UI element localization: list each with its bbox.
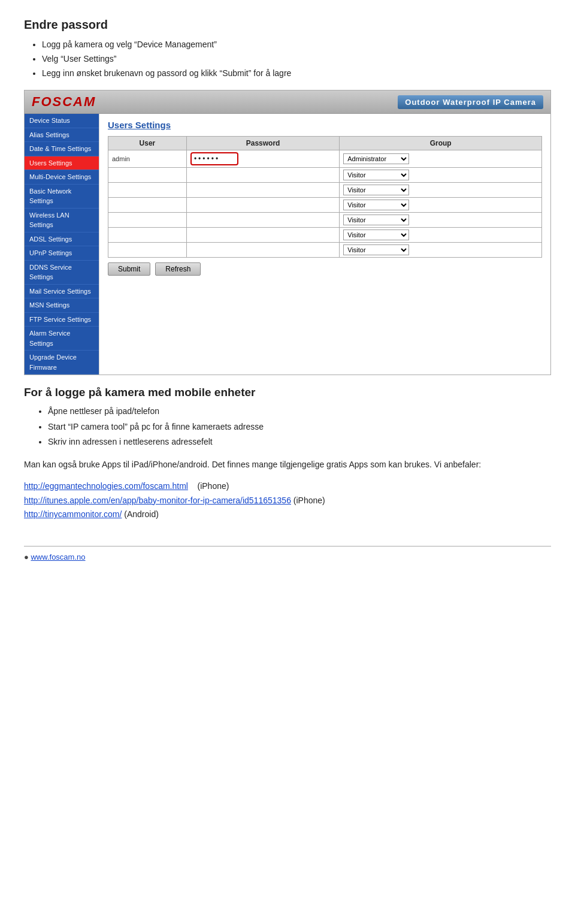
sidebar-item-wireless-lan[interactable]: Wireless LAN Settings	[25, 209, 99, 232]
mobile-bullet-1: Åpne nettleser på ipad/telefon	[48, 404, 551, 419]
intro-bullet-2: Velg “User Settings”	[42, 52, 551, 67]
group-cell-7: Visitor Administrator	[340, 243, 542, 258]
sidebar-item-date-time[interactable]: Date & Time Settings	[25, 142, 99, 156]
sidebar-item-adsl[interactable]: ADSL Settings	[25, 232, 99, 247]
page-heading: Endre passord	[24, 18, 551, 32]
col-user: User	[108, 137, 187, 150]
mobile-bullet-2: Start “IP camera tool” på pc for å finne…	[48, 419, 551, 434]
user-cell-4	[108, 198, 187, 213]
link-itunes-suffix: (iPhone)	[293, 496, 325, 505]
group-cell-2: Visitor Administrator	[340, 168, 542, 183]
camera-body: Device Status Alias Settings Date & Time…	[25, 114, 550, 375]
intro-bullet-1: Logg på kamera og velg “Device Managemen…	[42, 38, 551, 52]
user-cell-6	[108, 228, 187, 243]
sidebar-item-upgrade[interactable]: Upgrade Device Firmware	[25, 351, 99, 375]
camera-logo: FOSCAM	[32, 94, 96, 110]
footer-link[interactable]: www.foscam.no	[31, 552, 85, 561]
sidebar-menu: Device Status Alias Settings Date & Time…	[25, 114, 99, 375]
group-select-5[interactable]: Visitor Administrator	[343, 215, 409, 225]
group-cell-6: Visitor Administrator	[340, 228, 542, 243]
sidebar-item-basic-network[interactable]: Basic Network Settings	[25, 185, 99, 209]
link-tinycam-suffix: (Android)	[124, 509, 159, 519]
group-select-3[interactable]: Visitor Administrator	[343, 185, 409, 195]
group-select-4[interactable]: Visitor Administrator	[343, 200, 409, 210]
sidebar-item-users-settings[interactable]: Users Settings	[25, 156, 99, 171]
group-cell-3: Visitor Administrator	[340, 183, 542, 198]
sidebar-item-upnp[interactable]: UPnP Settings	[25, 246, 99, 261]
mobile-section-heading: For å logge på kamera med mobile enheter	[24, 386, 551, 399]
main-panel: Users Settings User Password Group admin…	[99, 114, 550, 375]
table-row: Visitor Administrator	[108, 243, 542, 258]
sidebar-item-multi-device[interactable]: Multi-Device Settings	[25, 170, 99, 185]
mobile-bullet-3: Skriv inn adressen i nettleserens adress…	[48, 434, 551, 449]
table-row: Visitor Administrator	[108, 213, 542, 228]
pass-cell-3	[186, 183, 339, 198]
group-select-7[interactable]: Visitor Administrator	[343, 244, 409, 255]
apps-paragraph: Man kan også bruke Apps til iPad/iPhone/…	[24, 458, 551, 472]
group-select-2[interactable]: Visitor Administrator	[343, 170, 409, 180]
submit-button[interactable]: Submit	[108, 262, 150, 276]
sidebar-item-mail[interactable]: Mail Service Settings	[25, 285, 99, 299]
camera-header: FOSCAM Outdoor Waterproof IP Camera	[25, 90, 550, 114]
link-eggman[interactable]: http://eggmantechnologies.com/foscam.htm…	[24, 481, 188, 491]
links-block: http://eggmantechnologies.com/foscam.htm…	[24, 479, 551, 522]
pass-cell-6	[186, 228, 339, 243]
password-field-admin[interactable]: ••••••	[190, 152, 238, 165]
table-row: Visitor Administrator	[108, 168, 542, 183]
camera-title-badge: Outdoor Waterproof IP Camera	[398, 95, 543, 109]
link-tinycam[interactable]: http://tinycammonitor.com/	[24, 509, 122, 519]
camera-ui-box: FOSCAM Outdoor Waterproof IP Camera Devi…	[24, 90, 551, 375]
col-group: Group	[340, 137, 542, 150]
pass-cell-admin: ••••••	[186, 150, 339, 168]
group-cell-5: Visitor Administrator	[340, 213, 542, 228]
sidebar-item-ddns[interactable]: DDNS Service Settings	[25, 261, 99, 285]
group-cell-4: Visitor Administrator	[340, 198, 542, 213]
pass-cell-4	[186, 198, 339, 213]
link-eggman-suffix: (iPhone)	[190, 481, 229, 491]
footer-bar: ● www.foscam.no	[24, 546, 551, 561]
group-select-admin[interactable]: Administrator Visitor	[343, 153, 409, 164]
pass-cell-5	[186, 213, 339, 228]
user-cell-2	[108, 168, 187, 183]
table-row: admin •••••• Administrator Visitor	[108, 150, 542, 168]
link-itunes[interactable]: http://itunes.apple.com/en/app/baby-moni…	[24, 496, 291, 505]
panel-title: Users Settings	[108, 120, 542, 130]
sidebar-item-alarm[interactable]: Alarm Service Settings	[25, 327, 99, 351]
sidebar-item-msn[interactable]: MSN Settings	[25, 298, 99, 313]
table-row: Visitor Administrator	[108, 198, 542, 213]
group-select-6[interactable]: Visitor Administrator	[343, 230, 409, 240]
footer-text: ●	[24, 552, 31, 561]
col-password: Password	[186, 137, 339, 150]
sidebar-item-alias-settings[interactable]: Alias Settings	[25, 128, 99, 143]
user-cell-5	[108, 213, 187, 228]
table-row: Visitor Administrator	[108, 228, 542, 243]
user-cell-admin: admin	[108, 150, 187, 168]
users-table: User Password Group admin ••••••	[108, 136, 542, 258]
sidebar-item-device-status[interactable]: Device Status	[25, 114, 99, 128]
mobile-bullet-list: Åpne nettleser på ipad/telefon Start “IP…	[48, 404, 551, 449]
user-cell-7	[108, 243, 187, 258]
sidebar-item-ftp[interactable]: FTP Service Settings	[25, 313, 99, 327]
button-row: Submit Refresh	[108, 262, 542, 276]
pass-cell-2	[186, 168, 339, 183]
refresh-button[interactable]: Refresh	[155, 262, 201, 276]
group-cell-admin: Administrator Visitor	[340, 150, 542, 168]
intro-bullet-list: Logg på kamera og velg “Device Managemen…	[42, 38, 551, 80]
table-row: Visitor Administrator	[108, 183, 542, 198]
pass-cell-7	[186, 243, 339, 258]
user-cell-3	[108, 183, 187, 198]
intro-bullet-3: Legg inn ønsket brukenavn og passord og …	[42, 67, 551, 81]
